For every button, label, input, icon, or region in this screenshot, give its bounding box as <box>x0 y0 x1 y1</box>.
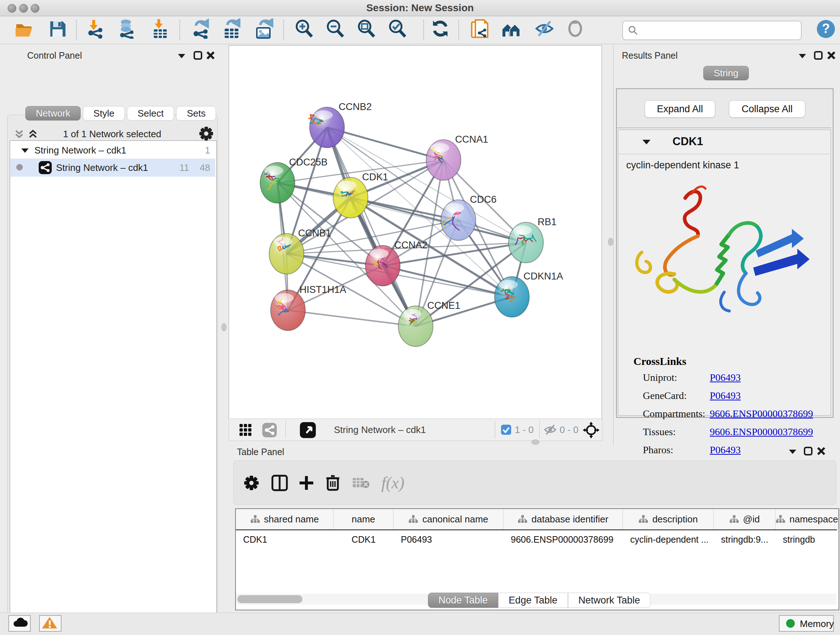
help-icon[interactable]: ? <box>816 19 836 40</box>
tab-network-table[interactable]: Network Table <box>568 593 651 608</box>
panel-close-icon[interactable] <box>205 50 216 62</box>
hidden-eye-slash-icon[interactable] <box>544 424 557 435</box>
crosslink-link[interactable]: P06493 <box>710 372 741 383</box>
column-header-shared-name[interactable]: shared name <box>236 509 333 529</box>
toolbar-separator <box>458 20 459 40</box>
export-image-icon[interactable] <box>254 19 274 39</box>
column-header-database-identifier[interactable]: database identifier <box>504 509 623 529</box>
zoom-fit-icon[interactable] <box>356 19 376 39</box>
column-header-name[interactable]: name <box>333 509 393 529</box>
tab-network[interactable]: Network <box>25 106 81 120</box>
eye-icon[interactable] <box>565 19 585 39</box>
save-session-icon[interactable] <box>47 19 68 39</box>
zoom-selected-icon[interactable] <box>387 19 407 39</box>
crosslink-label: Tissues: <box>643 426 710 438</box>
column-header-description[interactable]: description <box>623 509 714 529</box>
zoom-out-icon[interactable] <box>325 19 345 39</box>
search-input[interactable] <box>622 21 802 40</box>
left-splitter-handle[interactable] <box>221 323 226 331</box>
graph-node-HIST1H1A[interactable]: HIST1H1A <box>271 284 346 331</box>
graph-edge-CCNB2-CCNE1[interactable] <box>327 127 416 326</box>
crosslink-link[interactable]: 9606.ENSP00000378699 <box>710 408 813 420</box>
memory-button[interactable]: Memory <box>779 615 834 632</box>
add-column-icon[interactable] <box>298 475 315 491</box>
open-session-icon[interactable] <box>14 19 34 39</box>
graph-node-CCNB2[interactable]: CCNB2 <box>309 101 372 148</box>
collapse-all-networks-icon[interactable] <box>13 128 25 141</box>
protein-header-row[interactable]: CDK1 <box>618 130 830 154</box>
string-network-icon <box>39 161 52 174</box>
collection-expand-icon[interactable] <box>21 147 29 154</box>
tab-node-table[interactable]: Node Table <box>428 593 498 608</box>
zoom-in-icon[interactable] <box>294 19 314 39</box>
graph-node-CDKN1A[interactable]: CDKN1A <box>494 271 563 317</box>
hide-unhide-icon[interactable] <box>534 19 554 39</box>
delete-column-icon[interactable] <box>325 474 341 491</box>
import-network-icon[interactable] <box>86 19 106 39</box>
memory-label: Memory <box>800 618 834 630</box>
window-title: Session: New Session <box>0 0 840 16</box>
tab-style[interactable]: Style <box>83 106 125 120</box>
home-view-icon[interactable] <box>501 19 521 39</box>
panel-close-icon[interactable] <box>816 446 826 458</box>
cloud-button[interactable] <box>8 615 31 632</box>
tab-string[interactable]: String <box>703 66 749 80</box>
function-builder-icon[interactable]: f(x) <box>381 473 404 492</box>
table-cell[interactable]: CDK1 <box>236 531 333 548</box>
graph-edge-HIST1H1A-CCNE1[interactable] <box>288 310 416 326</box>
network-row-selected[interactable]: String Network – cdk1 11 48 <box>11 158 215 177</box>
table-cell[interactable]: stringdb <box>775 531 838 548</box>
string-results-body: Expand All Collapse All CDK1 cyclin-depe… <box>616 88 834 418</box>
table-hscrollbar-thumb[interactable] <box>237 595 302 603</box>
delete-table-icon[interactable] <box>352 477 370 489</box>
grid-view-icon[interactable] <box>239 424 252 437</box>
selected-checkbox-icon[interactable] <box>501 424 511 435</box>
panel-maximize-icon[interactable] <box>803 446 813 458</box>
crosslink-link[interactable]: P06493 <box>710 390 741 402</box>
panel-close-icon[interactable] <box>826 50 836 62</box>
network-canvas[interactable]: CCNB2CCNA1CDC25BCDK1CDC6RB1CCNB1CCNA2CDK… <box>229 45 602 419</box>
refresh-icon[interactable] <box>430 19 450 39</box>
right-splitter-handle[interactable] <box>608 238 613 246</box>
column-header-namespace[interactable]: namespace <box>775 509 838 529</box>
protein-collapse-icon[interactable] <box>642 139 651 146</box>
bottom-splitter-handle[interactable] <box>531 440 539 445</box>
panel-float-icon[interactable] <box>788 448 798 457</box>
import-table-icon[interactable] <box>150 19 171 39</box>
crosslink-link[interactable]: 9606.ENSP00000378699 <box>710 426 813 438</box>
column-header--id[interactable]: @id <box>714 509 775 529</box>
warnings-button[interactable] <box>39 615 62 632</box>
collapse-all-button[interactable]: Collapse All <box>729 100 805 118</box>
toolbar-separator <box>76 20 77 40</box>
network-view-icon[interactable] <box>262 423 277 437</box>
network-snapshot-icon[interactable] <box>470 19 491 39</box>
graph-node-CDK1[interactable]: CDK1 <box>333 172 388 218</box>
graph-node-RB1[interactable]: RB1 <box>508 217 557 263</box>
export-table-icon[interactable] <box>222 19 242 39</box>
table-toolbar: f(x) <box>233 461 836 505</box>
birds-eye-view-icon[interactable] <box>583 422 600 439</box>
panel-float-icon[interactable] <box>797 52 807 61</box>
tab-sets[interactable]: Sets <box>176 106 216 120</box>
panel-maximize-icon[interactable] <box>813 50 823 62</box>
table-cell[interactable]: P06493 <box>393 531 504 548</box>
table-cell[interactable]: cyclin-dependent ... <box>623 531 714 548</box>
tab-edge-table[interactable]: Edge Table <box>498 593 568 608</box>
panel-float-icon[interactable] <box>177 52 187 61</box>
expand-all-button[interactable]: Expand All <box>645 100 715 118</box>
expand-all-networks-icon[interactable] <box>27 128 39 141</box>
table-cell[interactable]: 9606.ENSP00000378699 <box>504 531 623 548</box>
detach-view-icon[interactable] <box>300 422 316 438</box>
export-network-icon[interactable] <box>191 19 211 39</box>
column-header-canonical-name[interactable]: canonical name <box>393 509 504 529</box>
table-cell[interactable]: stringdb:9... <box>714 531 775 548</box>
table-settings-gear-icon[interactable] <box>244 475 259 491</box>
show-columns-icon[interactable] <box>271 475 288 491</box>
control-panel: Control Panel NetworkStyleSelectSets 1 o… <box>0 44 228 613</box>
table-cell[interactable]: CDK1 <box>333 531 393 548</box>
network-options-gear-icon[interactable] <box>199 126 213 142</box>
panel-maximize-icon[interactable] <box>193 50 203 62</box>
tab-select[interactable]: Select <box>127 106 174 120</box>
network-collection-row[interactable]: String Network – cdk1 1 <box>11 142 215 158</box>
import-network-from-database-icon[interactable] <box>117 19 137 39</box>
